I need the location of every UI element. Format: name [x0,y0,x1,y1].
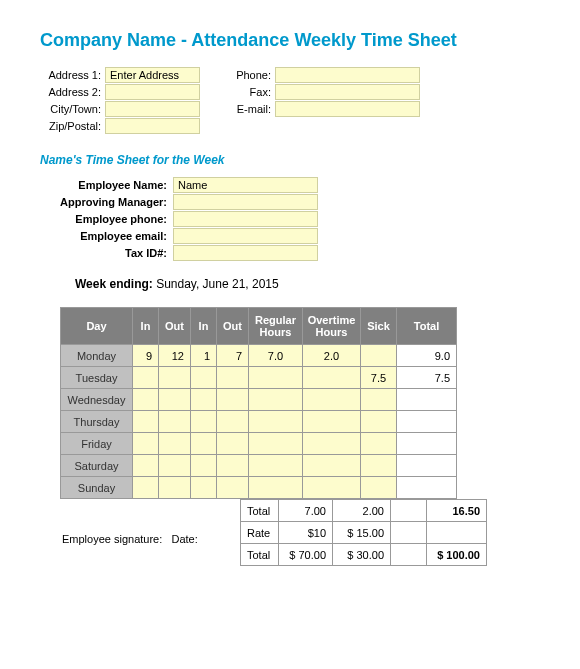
out2-cell[interactable]: 7 [217,345,249,367]
out2-cell[interactable] [217,433,249,455]
regular-cell[interactable]: 7.0 [249,345,303,367]
summary-rate-row: Rate $10 $ 15.00 [241,522,487,544]
row-total-cell [397,389,457,411]
summary-grand-sick [391,544,427,566]
regular-cell[interactable] [249,411,303,433]
out1-cell[interactable] [159,455,191,477]
th-sick: Sick [361,308,397,345]
in2-cell[interactable] [191,477,217,499]
row-total-cell [397,477,457,499]
address-section: Address 1: Enter Address Address 2: City… [40,67,540,135]
overtime-cell[interactable]: 2.0 [303,345,361,367]
summary-grand-label: Total [241,544,279,566]
address-col-left: Address 1: Enter Address Address 2: City… [40,67,200,135]
row-total-cell [397,455,457,477]
employee-section: Employee Name: Name Approving Manager: E… [58,177,540,261]
table-row: Thursday [61,411,457,433]
manager-label: Approving Manager: [58,196,173,208]
in1-cell[interactable] [133,411,159,433]
sick-cell[interactable] [361,477,397,499]
out1-cell[interactable] [159,411,191,433]
out1-cell[interactable] [159,367,191,389]
in1-cell[interactable] [133,367,159,389]
week-ending-value: Sunday, June 21, 2015 [156,277,279,291]
day-cell: Saturday [61,455,133,477]
regular-cell[interactable] [249,455,303,477]
employee-name-label: Employee Name: [58,179,173,191]
fax-field[interactable] [275,84,420,100]
signature-date-label: Date: [171,533,197,545]
signature-block: Employee signature: Date: [60,499,240,545]
in2-cell[interactable] [191,455,217,477]
day-cell: Sunday [61,477,133,499]
overtime-cell[interactable] [303,455,361,477]
out2-cell[interactable] [217,477,249,499]
city-field[interactable] [105,101,200,117]
employee-phone-field[interactable] [173,211,318,227]
in1-cell[interactable] [133,455,159,477]
in2-cell[interactable] [191,389,217,411]
overtime-cell[interactable] [303,433,361,455]
out1-cell[interactable]: 12 [159,345,191,367]
in1-cell[interactable] [133,389,159,411]
employee-name-field[interactable]: Name [173,177,318,193]
email-field[interactable] [275,101,420,117]
in1-cell[interactable] [133,433,159,455]
summary-rate-sick [391,522,427,544]
overtime-cell[interactable] [303,477,361,499]
in2-cell[interactable] [191,367,217,389]
summary-rate-regular: $10 [279,522,333,544]
th-out2: Out [217,308,249,345]
in2-cell[interactable] [191,411,217,433]
out2-cell[interactable] [217,367,249,389]
summary-table: Total 7.00 2.00 16.50 Rate $10 $ 15.00 T… [240,499,487,566]
overtime-cell[interactable] [303,389,361,411]
timesheet-table: Day In Out In Out Regular Hours Overtime… [60,307,457,499]
tax-id-field[interactable] [173,245,318,261]
summary-total-overtime: 2.00 [333,500,391,522]
regular-cell[interactable] [249,389,303,411]
regular-cell[interactable] [249,477,303,499]
in2-cell[interactable] [191,433,217,455]
address2-field[interactable] [105,84,200,100]
out1-cell[interactable] [159,433,191,455]
row-total-cell: 9.0 [397,345,457,367]
employee-phone-label: Employee phone: [58,213,173,225]
sick-cell[interactable] [361,455,397,477]
in2-cell[interactable]: 1 [191,345,217,367]
summary-rate-label: Rate [241,522,279,544]
sick-cell[interactable] [361,345,397,367]
city-label: City/Town: [40,103,105,115]
out2-cell[interactable] [217,455,249,477]
out1-cell[interactable] [159,389,191,411]
employee-email-field[interactable] [173,228,318,244]
in1-cell[interactable] [133,477,159,499]
regular-cell[interactable] [249,433,303,455]
sick-cell[interactable] [361,411,397,433]
summary-rate-total [427,522,487,544]
overtime-cell[interactable] [303,411,361,433]
day-cell: Thursday [61,411,133,433]
phone-field[interactable] [275,67,420,83]
sick-cell[interactable] [361,389,397,411]
zip-label: Zip/Postal: [40,120,105,132]
table-row: Saturday [61,455,457,477]
summary-total-label: Total [241,500,279,522]
sick-cell[interactable]: 7.5 [361,367,397,389]
row-total-cell: 7.5 [397,367,457,389]
address1-field[interactable]: Enter Address [105,67,200,83]
sick-cell[interactable] [361,433,397,455]
row-total-cell [397,433,457,455]
summary-grand-row: Total $ 70.00 $ 30.00 $ 100.00 [241,544,487,566]
out2-cell[interactable] [217,389,249,411]
overtime-cell[interactable] [303,367,361,389]
th-regular: Regular Hours [249,308,303,345]
regular-cell[interactable] [249,367,303,389]
in1-cell[interactable]: 9 [133,345,159,367]
table-row: Tuesday7.57.5 [61,367,457,389]
out2-cell[interactable] [217,411,249,433]
summary-rate-overtime: $ 15.00 [333,522,391,544]
out1-cell[interactable] [159,477,191,499]
manager-field[interactable] [173,194,318,210]
zip-field[interactable] [105,118,200,134]
